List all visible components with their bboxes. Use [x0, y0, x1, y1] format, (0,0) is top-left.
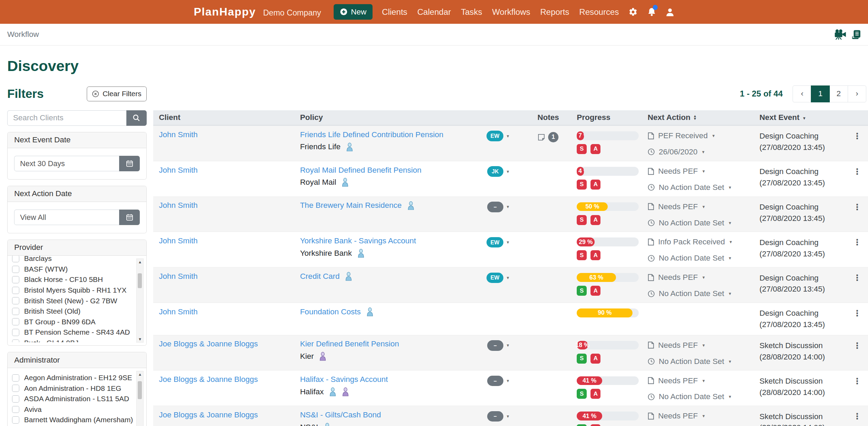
action-date-dropdown[interactable]: 26/06/2020▼ — [648, 148, 749, 156]
kebab-menu-icon[interactable]: ⋮ — [851, 376, 864, 386]
administrator-option[interactable]: Aon Administration - HD8 1EG — [12, 383, 133, 394]
action-status-dropdown[interactable]: Info Pack Received▼ — [648, 237, 749, 246]
policy-link[interactable]: Halifax - Savings Account — [300, 375, 388, 384]
client-link[interactable]: John Smith — [159, 236, 198, 245]
client-link[interactable]: John Smith — [159, 201, 198, 210]
kebab-menu-icon[interactable]: ⋮ — [851, 308, 864, 318]
settings-gear-icon[interactable] — [628, 7, 638, 17]
provider-option[interactable]: Black Horse - CF10 5BH — [12, 274, 133, 285]
owner-dropdown[interactable]: –▼ — [487, 376, 510, 386]
notes-button[interactable]: 1 — [537, 132, 566, 143]
column-header-next-event[interactable]: Next Event▼ — [754, 110, 845, 125]
action-status-dropdown[interactable]: Needs PEF▼ — [648, 167, 749, 176]
prev-page-button[interactable]: ‹ — [793, 85, 812, 103]
owner-dropdown[interactable]: JK▼ — [487, 166, 510, 177]
action-status-dropdown[interactable]: Needs PEF▼ — [648, 376, 749, 385]
scrollbar-thumb[interactable] — [138, 381, 142, 399]
action-date-dropdown[interactable]: No Action Date Set▼ — [648, 357, 749, 366]
checkbox[interactable] — [12, 287, 19, 294]
checkbox[interactable] — [12, 308, 19, 315]
next-page-button[interactable]: › — [848, 85, 867, 103]
client-link[interactable]: John Smith — [159, 272, 198, 281]
provider-option[interactable]: BT Pension Scheme - SR43 4AD — [12, 327, 133, 338]
scrollbar-thumb[interactable] — [138, 273, 142, 288]
owner-dropdown[interactable]: –▼ — [487, 202, 510, 212]
provider-option[interactable]: Buck - GL14 9BJ — [12, 338, 133, 342]
kebab-menu-icon[interactable]: ⋮ — [851, 131, 864, 141]
administrator-option[interactable]: Aviva — [12, 404, 133, 415]
video-tutorial-icon[interactable] — [834, 29, 846, 40]
action-status-dropdown[interactable]: Needs PEF▼ — [648, 273, 749, 282]
clear-filters-button[interactable]: Clear Filters — [87, 87, 147, 101]
checkbox[interactable] — [12, 266, 19, 273]
checkbox[interactable] — [12, 416, 19, 424]
action-date-dropdown[interactable]: No Action Date Set▼ — [648, 254, 749, 263]
next-action-date-input[interactable] — [14, 210, 119, 225]
checkbox[interactable] — [12, 276, 19, 283]
client-link[interactable]: Joe Bloggs & Joanne Bloggs — [159, 339, 258, 348]
notifications-bell-icon[interactable] — [647, 7, 656, 17]
provider-option[interactable]: BT Group - BN99 6DA — [12, 317, 133, 327]
provider-option[interactable]: BASF (WTW) — [12, 264, 133, 275]
checkbox[interactable] — [12, 406, 19, 413]
checkbox[interactable] — [12, 374, 19, 382]
owner-dropdown[interactable]: –▼ — [487, 411, 510, 422]
policy-link[interactable]: Yorkshire Bank - Savings Account — [300, 236, 416, 245]
administrator-option[interactable]: Barnett Waddingham (Amersham) - HP6 5FG — [12, 415, 133, 426]
kebab-menu-icon[interactable]: ⋮ — [851, 273, 864, 283]
action-date-dropdown[interactable]: No Action Date Set▼ — [648, 219, 749, 227]
provider-option[interactable]: British Steel (Old) — [12, 306, 133, 317]
client-link[interactable]: Joe Bloggs & Joanne Bloggs — [159, 375, 258, 384]
next-event-date-calendar-button[interactable] — [119, 156, 139, 171]
next-event-date-input[interactable] — [14, 156, 119, 171]
client-link[interactable]: John Smith — [159, 307, 198, 316]
scroll-down-icon[interactable]: ▼ — [138, 336, 142, 343]
action-status-dropdown[interactable]: PEF Received▼ — [648, 131, 749, 140]
action-date-dropdown[interactable]: No Action Date Set▼ — [648, 392, 749, 401]
page-1-button[interactable]: 1 — [811, 85, 830, 103]
action-date-dropdown[interactable]: No Action Date Set▼ — [648, 183, 749, 192]
policy-link[interactable]: Foundation Costs — [300, 307, 360, 316]
action-status-dropdown[interactable]: Needs PEF▼ — [648, 202, 749, 211]
new-button[interactable]: New — [334, 4, 373, 20]
client-link[interactable]: John Smith — [159, 166, 198, 174]
nav-item-resources[interactable]: Resources — [579, 7, 619, 17]
checkbox[interactable] — [12, 297, 19, 304]
administrator-option[interactable]: Aegon Administration - EH12 9SE — [12, 373, 133, 383]
checkbox[interactable] — [12, 385, 19, 392]
policy-link[interactable]: Kier Defined Benefit Pension — [300, 339, 399, 348]
scroll-up-icon[interactable]: ▲ — [138, 259, 142, 265]
owner-dropdown[interactable]: EW▼ — [487, 237, 510, 248]
kebab-menu-icon[interactable]: ⋮ — [851, 237, 864, 247]
checkbox[interactable] — [12, 318, 19, 325]
owner-dropdown[interactable]: –▼ — [487, 340, 510, 351]
client-link[interactable]: Joe Bloggs & Joanne Bloggs — [159, 410, 258, 419]
search-clients-input[interactable] — [7, 110, 126, 126]
policy-link[interactable]: Credit Card — [300, 272, 339, 281]
owner-dropdown[interactable]: EW▼ — [487, 131, 510, 141]
policy-link[interactable]: Friends Life Defined Contribution Pensio… — [300, 130, 443, 139]
kebab-menu-icon[interactable]: ⋮ — [851, 202, 864, 212]
nav-item-tasks[interactable]: Tasks — [461, 7, 482, 17]
guide-scroll-icon[interactable] — [851, 30, 861, 40]
scroll-up-icon[interactable]: ▲ — [138, 371, 142, 377]
provider-option[interactable]: Barclays — [12, 256, 133, 264]
action-status-dropdown[interactable]: Needs PEF▼ — [648, 412, 749, 420]
policy-link[interactable]: NS&I - Gilts/Cash Bond — [300, 410, 381, 419]
nav-item-reports[interactable]: Reports — [540, 7, 569, 17]
provider-scrollbar[interactable]: ▲ ▼ — [136, 258, 144, 343]
action-status-dropdown[interactable]: Needs PEF▼ — [648, 341, 749, 350]
owner-dropdown[interactable]: EW▼ — [487, 273, 510, 283]
column-header-next-action[interactable]: Next Action▲▼ — [642, 110, 754, 125]
policy-link[interactable]: The Brewery Main Residence — [300, 201, 401, 210]
brand-logo[interactable]: PlanHappy — [194, 6, 256, 18]
kebab-menu-icon[interactable]: ⋮ — [851, 412, 864, 421]
nav-item-clients[interactable]: Clients — [382, 7, 407, 17]
kebab-menu-icon[interactable]: ⋮ — [851, 341, 864, 351]
provider-option[interactable]: Bristol Myers Squibb - RH1 1YX — [12, 285, 133, 296]
nav-item-workflows[interactable]: Workflows — [492, 7, 530, 17]
client-link[interactable]: John Smith — [159, 130, 198, 139]
page-2-button[interactable]: 2 — [829, 85, 848, 103]
account-person-icon[interactable] — [666, 8, 674, 17]
kebab-menu-icon[interactable]: ⋮ — [851, 167, 864, 176]
